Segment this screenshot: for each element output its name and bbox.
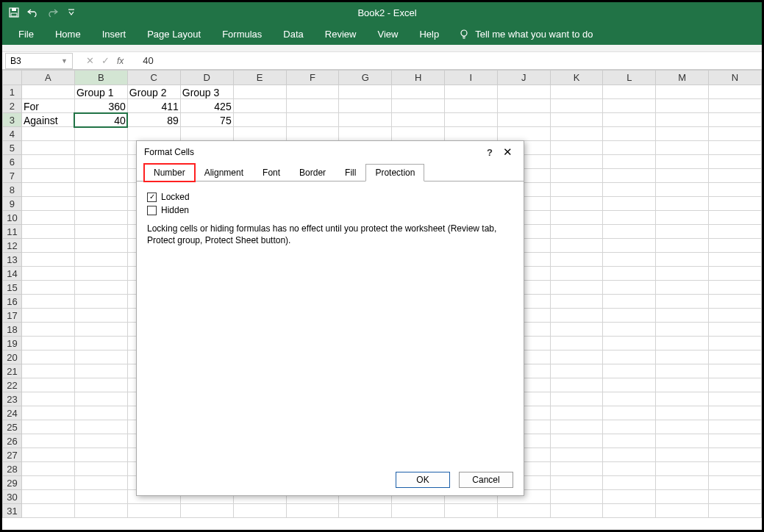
cell-M10[interactable] xyxy=(656,211,709,225)
cell-K12[interactable] xyxy=(550,239,603,253)
cell-M11[interactable] xyxy=(656,225,709,239)
cell-N9[interactable] xyxy=(709,197,762,211)
cell-A14[interactable] xyxy=(21,267,74,281)
help-icon[interactable]: ? xyxy=(481,147,499,158)
cell-G3[interactable] xyxy=(339,113,392,127)
cell-D4[interactable] xyxy=(180,127,233,141)
cell-L13[interactable] xyxy=(603,253,656,267)
cell-M19[interactable] xyxy=(656,337,709,351)
redo-icon[interactable] xyxy=(46,7,58,18)
chevron-down-icon[interactable]: ▼ xyxy=(61,57,68,65)
cell-B8[interactable] xyxy=(74,183,127,197)
cell-A11[interactable] xyxy=(21,225,74,239)
cell-G2[interactable] xyxy=(339,99,392,113)
cell-N3[interactable] xyxy=(709,113,762,127)
cell-K7[interactable] xyxy=(550,169,603,183)
cell-N30[interactable] xyxy=(709,490,762,504)
dialog-tab-protection[interactable]: Protection xyxy=(365,164,424,181)
cell-B28[interactable] xyxy=(74,462,127,476)
row-header-3[interactable]: 3 xyxy=(3,113,22,127)
column-header-D[interactable]: D xyxy=(180,71,233,85)
cell-K15[interactable] xyxy=(550,281,603,295)
cell-C31[interactable] xyxy=(127,504,180,518)
cell-B24[interactable] xyxy=(74,406,127,420)
cell-A9[interactable] xyxy=(21,197,74,211)
cell-M25[interactable] xyxy=(656,420,709,434)
cell-A19[interactable] xyxy=(21,337,74,351)
row-header-17[interactable]: 17 xyxy=(3,309,22,323)
tab-file[interactable]: File xyxy=(10,24,43,44)
cell-L20[interactable] xyxy=(603,351,656,364)
cell-B5[interactable] xyxy=(74,141,127,155)
row-header-27[interactable]: 27 xyxy=(3,448,22,462)
row-header-9[interactable]: 9 xyxy=(3,197,22,211)
cell-N12[interactable] xyxy=(709,239,762,253)
row-header-29[interactable]: 29 xyxy=(3,476,22,490)
cell-K29[interactable] xyxy=(550,476,603,490)
cell-A3[interactable]: Against xyxy=(21,113,74,127)
cell-M8[interactable] xyxy=(656,183,709,197)
cell-A17[interactable] xyxy=(21,309,74,323)
cell-A1[interactable] xyxy=(21,85,74,99)
column-header-M[interactable]: M xyxy=(656,71,709,85)
cell-M21[interactable] xyxy=(656,364,709,378)
row-header-5[interactable]: 5 xyxy=(3,141,22,155)
cell-K2[interactable] xyxy=(550,99,603,113)
column-header-B[interactable]: B xyxy=(74,71,127,85)
cell-C1[interactable]: Group 2 xyxy=(127,85,180,99)
cell-K10[interactable] xyxy=(550,211,603,225)
cell-L15[interactable] xyxy=(603,281,656,295)
column-header-A[interactable]: A xyxy=(21,71,74,85)
cell-K9[interactable] xyxy=(550,197,603,211)
column-header-E[interactable]: E xyxy=(233,71,286,85)
cell-J4[interactable] xyxy=(497,127,550,141)
row-header-12[interactable]: 12 xyxy=(3,239,22,253)
cell-A28[interactable] xyxy=(21,462,74,476)
cell-N5[interactable] xyxy=(709,141,762,155)
row-header-10[interactable]: 10 xyxy=(3,211,22,225)
locked-checkbox[interactable]: ✓ xyxy=(147,193,157,202)
cell-K31[interactable] xyxy=(550,504,603,518)
cell-N27[interactable] xyxy=(709,448,762,462)
cell-B23[interactable] xyxy=(74,392,127,406)
cell-L18[interactable] xyxy=(603,323,656,337)
cell-L30[interactable] xyxy=(603,490,656,504)
cell-L7[interactable] xyxy=(603,169,656,183)
dialog-titlebar[interactable]: Format Cells ? ✕ xyxy=(137,141,524,163)
cell-B14[interactable] xyxy=(74,267,127,281)
cell-L19[interactable] xyxy=(603,337,656,351)
cell-L8[interactable] xyxy=(603,183,656,197)
cell-K27[interactable] xyxy=(550,448,603,462)
cell-B20[interactable] xyxy=(74,351,127,364)
cell-A23[interactable] xyxy=(21,392,74,406)
cell-I3[interactable] xyxy=(444,113,497,127)
column-header-J[interactable]: J xyxy=(497,71,550,85)
cell-K3[interactable] xyxy=(550,113,603,127)
cell-B29[interactable] xyxy=(74,476,127,490)
cell-L27[interactable] xyxy=(603,448,656,462)
cell-M20[interactable] xyxy=(656,351,709,364)
cell-L10[interactable] xyxy=(603,211,656,225)
cell-B30[interactable] xyxy=(74,490,127,504)
row-header-14[interactable]: 14 xyxy=(3,267,22,281)
cell-B11[interactable] xyxy=(74,225,127,239)
cell-K13[interactable] xyxy=(550,253,603,267)
cell-N14[interactable] xyxy=(709,267,762,281)
cell-L9[interactable] xyxy=(603,197,656,211)
row-header-15[interactable]: 15 xyxy=(3,281,22,295)
cell-A26[interactable] xyxy=(21,434,74,448)
cell-M4[interactable] xyxy=(656,127,709,141)
cell-M13[interactable] xyxy=(656,253,709,267)
cell-G1[interactable] xyxy=(339,85,392,99)
row-header-7[interactable]: 7 xyxy=(3,169,22,183)
tab-page-layout[interactable]: Page Layout xyxy=(138,24,210,44)
cell-K24[interactable] xyxy=(550,406,603,420)
cell-N29[interactable] xyxy=(709,476,762,490)
cell-K26[interactable] xyxy=(550,434,603,448)
cell-A21[interactable] xyxy=(21,364,74,378)
cell-B9[interactable] xyxy=(74,197,127,211)
dialog-tab-fill[interactable]: Fill xyxy=(335,164,365,181)
cell-H31[interactable] xyxy=(392,504,445,518)
close-icon[interactable]: ✕ xyxy=(499,145,516,159)
cell-K21[interactable] xyxy=(550,364,603,378)
